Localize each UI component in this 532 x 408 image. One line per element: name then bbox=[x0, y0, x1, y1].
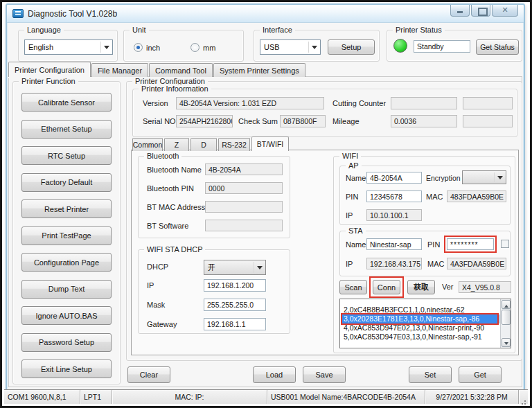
clear-button[interactable]: Clear bbox=[127, 366, 170, 383]
close-icon[interactable] bbox=[492, 5, 518, 17]
rtc-setup-button[interactable]: RTC Setup bbox=[21, 146, 112, 165]
ap-ip-field[interactable]: 10.10.100.1 bbox=[366, 209, 422, 221]
sta-ip-label: IP bbox=[346, 260, 353, 268]
wifi-ap-group: AP Name 4B-2054A Encryption PIN 12345678… bbox=[339, 166, 511, 225]
encryption-select[interactable] bbox=[462, 170, 506, 184]
scroll-up-icon[interactable] bbox=[502, 300, 511, 309]
subtab-rs232[interactable]: RS-232 bbox=[218, 138, 250, 151]
wifi-network-row[interactable]: 5,0xAC853D947E03,13,0,Ninestar-sap,-91 bbox=[341, 332, 499, 342]
tab-printer-configuration[interactable]: Printer Configuration bbox=[8, 62, 91, 77]
bluetooth-name-field[interactable]: 4B-2054A bbox=[205, 163, 283, 175]
language-select[interactable]: English bbox=[24, 39, 113, 55]
dhcp-ip-field[interactable]: 192.168.1.200 bbox=[204, 279, 266, 292]
bt-software-field[interactable] bbox=[205, 220, 283, 231]
subtab-bt-wifi[interactable]: BT/WIFI bbox=[251, 136, 289, 151]
subtab-common[interactable]: Common bbox=[132, 138, 163, 151]
bt-mac-field[interactable] bbox=[205, 201, 283, 213]
language-selected-value: English bbox=[28, 43, 53, 51]
set-button[interactable]: Set bbox=[409, 366, 452, 383]
language-group: Language English bbox=[18, 30, 118, 62]
ap-pin-field[interactable]: 12345678 bbox=[366, 190, 422, 202]
wifi-sta-label: STA bbox=[346, 227, 366, 236]
subtab-z[interactable]: Z bbox=[164, 138, 189, 151]
dhcp-select[interactable]: 开 bbox=[204, 260, 266, 275]
password-setup-button[interactable]: Password Setup bbox=[21, 333, 112, 352]
status-light-icon bbox=[393, 39, 407, 53]
sta-name-field[interactable]: Ninestar-sap bbox=[366, 238, 422, 250]
ap-pin-label: PIN bbox=[346, 193, 358, 201]
ver-field[interactable]: X4_V95.0.8 bbox=[459, 281, 511, 293]
bt-mac-label: BT MAC Address bbox=[147, 203, 205, 211]
exit-line-setup-button[interactable]: Exit Line Setup bbox=[21, 360, 112, 378]
unit-mm-label: mm bbox=[203, 44, 215, 52]
mask-field[interactable]: 255.255.255.0 bbox=[204, 299, 266, 311]
gateway-field[interactable]: 192.168.1.1 bbox=[204, 318, 266, 330]
conn-button[interactable]: Conn bbox=[373, 280, 400, 294]
wifi-network-row[interactable]: 2,0xC4B8B4B3FCC1,1,0,ninestar,-62 bbox=[341, 305, 499, 314]
ethernet-setup-button[interactable]: Ethernet Setup bbox=[21, 120, 112, 139]
wifi-network-row-selected[interactable]: 3,0x20283E1781E3,13,0,Ninestar-sap,-86 bbox=[341, 314, 499, 323]
serial-field[interactable]: 254APH2162800 bbox=[176, 115, 233, 127]
version-field[interactable]: 4B-2054A Version: 1.031 EZD bbox=[176, 97, 324, 109]
printer-status-group-label: Printer Status bbox=[393, 26, 445, 35]
interface-select[interactable]: USB bbox=[260, 39, 321, 55]
app-icon bbox=[12, 9, 24, 18]
checksum-field[interactable]: 087B800F bbox=[280, 115, 326, 127]
save-button[interactable]: Save bbox=[303, 366, 346, 383]
cutting-counter-field-2[interactable] bbox=[463, 97, 513, 109]
wifi-group-label: WIFI bbox=[339, 152, 361, 161]
wifi-network-row[interactable]: 4,0xAC853D947E02,13,0,Ninestar-print,-90 bbox=[341, 323, 499, 332]
unit-inch-radio[interactable]: inch bbox=[134, 43, 160, 52]
cutting-counter-field[interactable] bbox=[391, 97, 457, 109]
sta-mac-field[interactable]: 4A3FDAA59B0E bbox=[447, 258, 506, 269]
scan-button[interactable]: Scan bbox=[339, 280, 367, 294]
network-list-scrollbar[interactable] bbox=[500, 299, 511, 348]
unit-mm-radio[interactable]: mm bbox=[190, 43, 215, 52]
maximize-icon[interactable] bbox=[471, 5, 490, 17]
titlebar[interactable]: Diagnostic Tool V1.028b bbox=[7, 5, 524, 23]
configuration-page-button[interactable]: Configuration Page bbox=[21, 253, 112, 272]
bt-software-label: BT Software bbox=[147, 222, 188, 230]
bluetooth-pin-field[interactable]: 0000 bbox=[205, 182, 283, 194]
tab-file-manager[interactable]: File Manager bbox=[91, 63, 148, 77]
printer-function-label: Printer Function bbox=[19, 77, 78, 86]
radio-unchecked-icon bbox=[190, 43, 200, 52]
encryption-label: Encryption bbox=[426, 174, 461, 182]
printer-configuration-group: Printer Configuration Printer Infoormati… bbox=[126, 81, 522, 361]
acquire-button[interactable]: 获取 bbox=[407, 280, 435, 294]
sta-pin-field[interactable]: ******** bbox=[447, 238, 494, 250]
tab-system-printer-settings[interactable]: System Printer Settings bbox=[213, 63, 305, 77]
unit-inch-label: inch bbox=[146, 44, 160, 52]
config-sub-tab-strip: Common Z D RS-232 BT/WIFI bbox=[132, 136, 290, 151]
dump-text-button[interactable]: Dump Text bbox=[21, 280, 112, 299]
sta-pin-checkbox[interactable] bbox=[501, 240, 509, 248]
ignore-autobas-button[interactable]: Ignore AUTO.BAS bbox=[21, 306, 112, 325]
calibrate-sensor-button[interactable]: Calibrate Sensor bbox=[21, 93, 112, 112]
sta-ip-field[interactable]: 192.168.43.175 bbox=[366, 258, 422, 269]
checksum-label: Check Sum bbox=[238, 117, 278, 125]
ap-mac-field[interactable]: 483FDAA59B0E bbox=[447, 190, 506, 202]
print-testpage-button[interactable]: Print TestPage bbox=[21, 227, 112, 245]
scroll-down-icon[interactable] bbox=[502, 338, 511, 347]
interface-group-label: Interface bbox=[260, 26, 295, 35]
tab-command-tool[interactable]: Command Tool bbox=[149, 63, 213, 77]
mileage-field[interactable]: 0.0036 bbox=[391, 115, 457, 127]
wifi-network-list: 2,0xC4B8B4B3FCC1,1,0,ninestar,-62 3,0x20… bbox=[339, 299, 511, 348]
get-button[interactable]: Get bbox=[459, 366, 502, 383]
ap-name-field[interactable]: 4B-2054A bbox=[366, 172, 422, 184]
sta-name-label: Name bbox=[346, 240, 366, 249]
bluetooth-pin-label: Bluetooth PIN bbox=[147, 184, 194, 193]
resize-grip-icon[interactable] bbox=[519, 390, 528, 404]
wifi-sta-dhcp-label: WIFI STA DHCP bbox=[144, 245, 205, 254]
minimize-icon[interactable] bbox=[450, 5, 470, 17]
reset-printer-button[interactable]: Reset Printer bbox=[21, 199, 112, 218]
scrollbar-thumb[interactable] bbox=[502, 310, 511, 325]
bluetooth-name-label: Bluetooth Name bbox=[147, 166, 202, 174]
get-status-button[interactable]: Get Stafus bbox=[476, 39, 519, 55]
load-button[interactable]: Load bbox=[253, 366, 296, 383]
factory-default-button[interactable]: Factory Default bbox=[21, 173, 112, 192]
printer-function-group: Printer Function Calibrate Sensor Ethern… bbox=[12, 81, 121, 384]
subtab-d[interactable]: D bbox=[190, 138, 217, 151]
setup-button[interactable]: Setup bbox=[328, 39, 375, 55]
mileage-field-2[interactable] bbox=[463, 115, 513, 127]
